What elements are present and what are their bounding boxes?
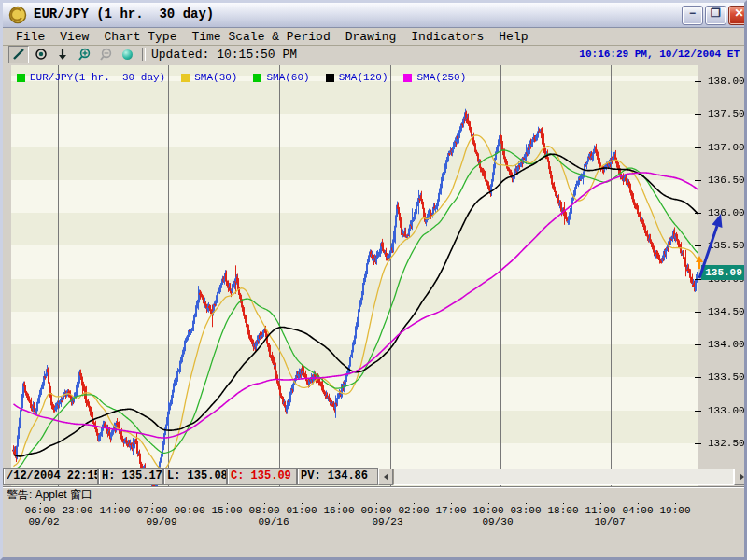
- price-tick: [695, 114, 701, 115]
- application-window: EUR/JPY (1 hr. 30 day) − ❐ ✕ FileViewCha…: [0, 0, 747, 560]
- zoom-in-icon: [78, 48, 92, 62]
- legend-label: SMA(120): [339, 72, 388, 83]
- left-arrow-icon: [380, 473, 388, 481]
- candlestick-chart-canvas[interactable]: [11, 65, 698, 498]
- date-label: 09/30: [477, 516, 518, 527]
- scroll-left-button[interactable]: [378, 469, 393, 485]
- price-tick-label: 133.00: [708, 405, 747, 416]
- price-tick: [695, 312, 701, 313]
- legend-item: SMA(120): [326, 72, 388, 83]
- legend-item: SMA(30): [181, 72, 237, 83]
- price-tick-label: 138.00: [708, 76, 747, 87]
- price-tick-label: 134.00: [708, 339, 747, 350]
- time-tick-label: 08:00: [245, 505, 284, 516]
- date-label: 09/16: [253, 516, 294, 527]
- app-coin-icon: [8, 6, 27, 24]
- orange-up-marker: [695, 256, 704, 270]
- time-tick-label: 15:00: [207, 505, 247, 516]
- trendline-tool-button[interactable]: [8, 46, 29, 63]
- time-tick-label: 17:00: [431, 505, 471, 516]
- legend-swatch-icon: [17, 74, 25, 82]
- price-tick: [695, 411, 701, 412]
- menu-item-help[interactable]: Help: [491, 29, 535, 45]
- time-tick-label: 10:00: [469, 505, 508, 516]
- menu-item-view[interactable]: View: [52, 29, 96, 45]
- zoom-out-icon: [99, 48, 113, 62]
- connection-status-ball: [118, 47, 136, 63]
- status-last-bar-time: /12/2004 22:15:: [3, 468, 98, 485]
- time-tick-label: 18:00: [543, 505, 583, 516]
- price-tick: [695, 443, 701, 444]
- time-tick-label: 01:00: [282, 505, 321, 516]
- legend-label: SMA(60): [266, 72, 309, 83]
- time-tick-label: 00:00: [170, 505, 209, 516]
- legend-swatch-icon: [326, 74, 334, 82]
- menu-item-chart-type[interactable]: Chart Type: [96, 29, 184, 45]
- legend-swatch-icon: [181, 74, 190, 82]
- right-arrow-icon: [740, 473, 747, 481]
- price-tick-label: 137.00: [708, 142, 747, 153]
- status-low: L: 135.08: [163, 468, 227, 485]
- circle-dot-icon: [35, 48, 48, 61]
- legend-swatch-icon: [403, 74, 412, 82]
- date-label: 09/02: [23, 516, 64, 527]
- time-tick-label: 02:00: [394, 505, 433, 516]
- price-tick: [695, 180, 701, 181]
- legend-item: SMA(250): [403, 72, 466, 83]
- restore-button[interactable]: ❐: [705, 6, 726, 25]
- menu-item-indicators[interactable]: Indicators: [403, 29, 491, 45]
- date-label: 09/23: [367, 516, 408, 527]
- toolbar: Updated: 10:15:50 PM 10:16:29 PM, 10/12/…: [3, 46, 744, 63]
- date-label: 09/09: [141, 516, 182, 527]
- status-close: C: 135.09: [227, 468, 297, 485]
- title-bar[interactable]: EUR/JPY (1 hr. 30 day) − ❐ ✕: [3, 3, 744, 28]
- plot-area[interactable]: [11, 65, 698, 498]
- drawn-up-arrow-annotation: [692, 205, 731, 289]
- legend-item: EUR/JPY(1 hr. 30 day): [17, 72, 165, 83]
- legend-swatch-icon: [253, 74, 261, 82]
- price-tick-label: 133.50: [708, 371, 747, 383]
- time-tick-label: 23:00: [58, 505, 97, 516]
- time-tick-label: 09:00: [357, 505, 396, 516]
- horizontal-scrollbar[interactable]: [378, 469, 747, 485]
- price-tick: [695, 377, 701, 378]
- status-ball-icon: [122, 49, 133, 60]
- updated-timestamp: Updated: 10:15:50 PM: [151, 48, 297, 62]
- menu-bar: FileViewChart TypeTime Scale & PeriodDra…: [3, 28, 744, 46]
- time-tick-label: 16:00: [319, 505, 359, 516]
- minimize-button[interactable]: −: [682, 6, 703, 25]
- price-tick: [695, 344, 701, 345]
- menu-item-file[interactable]: File: [8, 29, 52, 45]
- price-tick: [695, 147, 701, 148]
- legend-label: SMA(250): [416, 72, 466, 83]
- price-tick-label: 136.50: [708, 175, 747, 186]
- server-clock: 10:16:29 PM, 10/12/2004 ET: [579, 49, 740, 60]
- zoom-in-button[interactable]: [75, 47, 93, 63]
- status-pivot: PV: 134.86: [297, 468, 378, 485]
- close-button[interactable]: ✕: [728, 6, 747, 25]
- price-tick: [695, 81, 701, 82]
- time-tick-label: 07:00: [133, 505, 172, 516]
- scroll-right-button[interactable]: [734, 469, 747, 485]
- time-tick-label: 11:00: [581, 505, 620, 516]
- status-high: H: 135.17: [98, 468, 163, 485]
- legend-label: SMA(30): [194, 72, 237, 83]
- price-tick-label: 137.50: [708, 108, 747, 119]
- legend-label: EUR/JPY(1 hr. 30 day): [30, 72, 165, 83]
- menu-item-drawing[interactable]: Drawing: [338, 29, 404, 45]
- chart-legend: EUR/JPY(1 hr. 30 day)SMA(30)SMA(60)SMA(1…: [17, 72, 466, 83]
- arrow-down-tool-button[interactable]: [53, 47, 72, 63]
- zoom-out-button[interactable]: [96, 47, 115, 63]
- arrow-down-icon: [56, 48, 69, 61]
- time-tick-label: 14:00: [95, 505, 134, 516]
- time-tick-label: 04:00: [618, 505, 657, 516]
- time-tick-label: 03:00: [506, 505, 545, 516]
- scrollbar-track[interactable]: [393, 469, 734, 485]
- legend-item: SMA(60): [253, 72, 309, 83]
- trendline-icon: [12, 48, 25, 61]
- price-tick-label: 134.50: [708, 306, 747, 317]
- ellipse-tool-button[interactable]: [32, 47, 50, 63]
- menu-item-time-scale-period[interactable]: Time Scale & Period: [184, 29, 337, 45]
- price-tick-label: 132.50: [708, 438, 747, 449]
- time-tick-label: 19:00: [655, 505, 695, 516]
